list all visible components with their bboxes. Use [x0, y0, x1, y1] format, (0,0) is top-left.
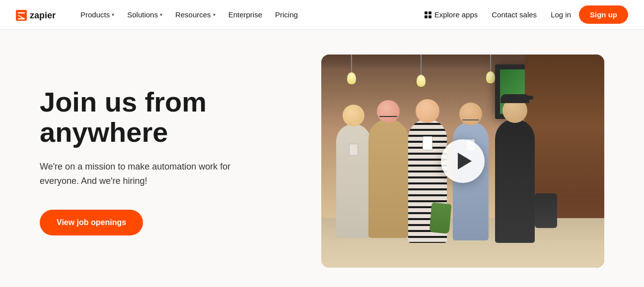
- nav-item-enterprise[interactable]: Enterprise: [222, 6, 268, 23]
- signup-button[interactable]: Sign up: [579, 5, 628, 24]
- nav-item-products[interactable]: Products ▾: [74, 6, 120, 23]
- nav-item-resources[interactable]: Resources ▾: [169, 6, 221, 23]
- chevron-down-icon: ▾: [213, 12, 215, 17]
- nav-right: Explore apps Contact sales Log in Sign u…: [419, 5, 628, 24]
- hero-content: Join us from anywhere We're on a mission…: [40, 87, 291, 236]
- view-jobs-button[interactable]: View job openings: [40, 210, 143, 235]
- video-container[interactable]: [321, 55, 604, 268]
- navbar: zapier Products ▾ Solutions ▾ Resources …: [0, 0, 644, 30]
- nav-left: Products ▾ Solutions ▾ Resources ▾ Enter…: [74, 6, 419, 23]
- grid-icon: [425, 11, 431, 18]
- login-button[interactable]: Log in: [545, 6, 577, 23]
- nav-item-pricing[interactable]: Pricing: [269, 6, 304, 23]
- nav-item-solutions[interactable]: Solutions ▾: [121, 6, 168, 23]
- chevron-down-icon: ▾: [160, 12, 162, 17]
- hero-video-area: [321, 55, 604, 268]
- play-button[interactable]: [441, 139, 485, 183]
- logo-link[interactable]: zapier: [16, 8, 61, 22]
- chevron-down-icon: ▾: [112, 12, 114, 17]
- video-background: [321, 55, 604, 268]
- zapier-logo: zapier: [16, 8, 61, 22]
- svg-text:zapier: zapier: [30, 10, 56, 20]
- play-triangle-icon: [458, 153, 472, 170]
- hero-title: Join us from anywhere: [40, 87, 291, 148]
- hero-subtitle: We're on a mission to make automation wo…: [40, 160, 268, 188]
- contact-sales-button[interactable]: Contact sales: [486, 6, 543, 23]
- explore-apps-button[interactable]: Explore apps: [419, 6, 484, 23]
- hero-section: Join us from anywhere We're on a mission…: [0, 30, 644, 287]
